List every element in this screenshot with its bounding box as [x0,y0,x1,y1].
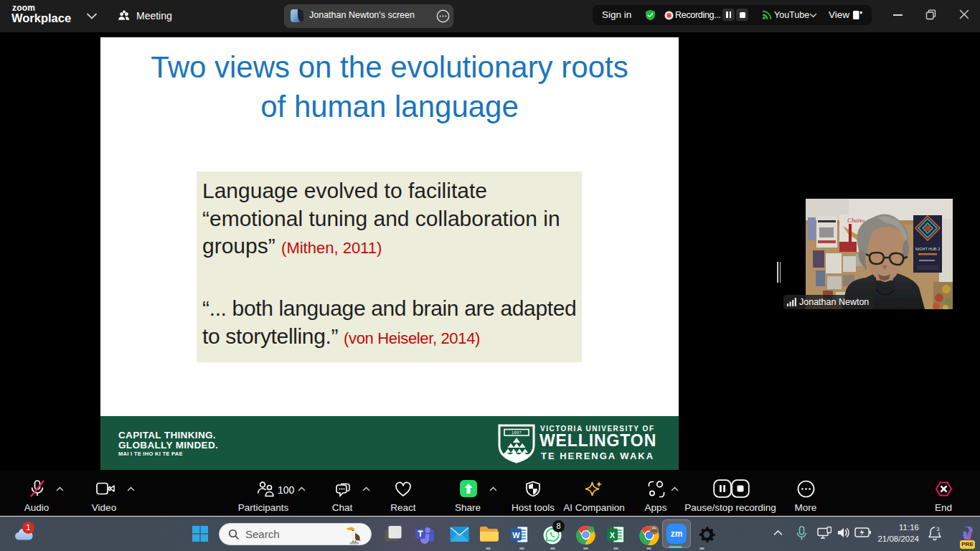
svg-text:3: 3 [937,527,940,532]
svg-text:X: X [610,531,616,540]
svg-text:W: W [512,531,520,540]
svg-text:1897: 1897 [512,430,522,435]
